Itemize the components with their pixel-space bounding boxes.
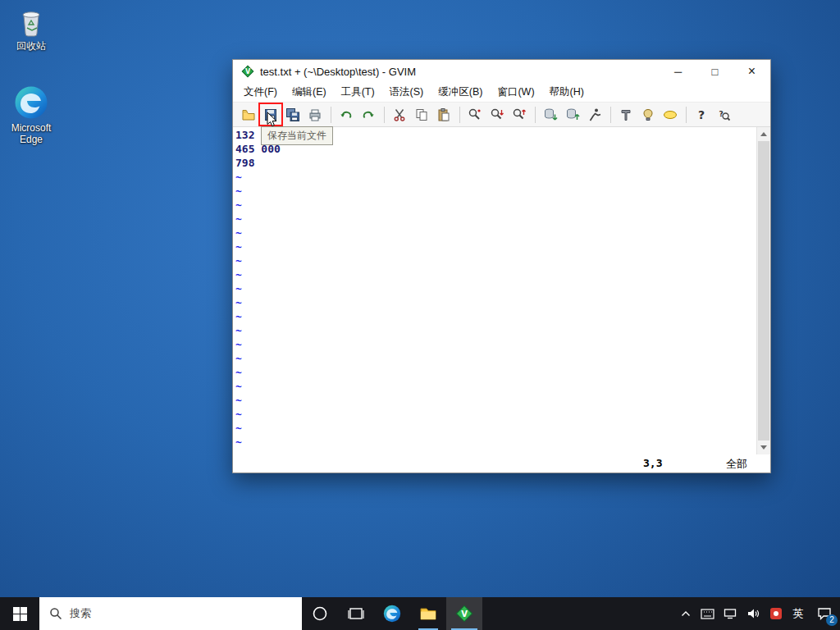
undo-icon	[339, 107, 354, 122]
scroll-down-button[interactable]	[757, 441, 770, 454]
cortana-button[interactable]	[302, 597, 338, 630]
menu-file[interactable]: 文件(F)	[236, 83, 285, 102]
desktop-icon-edge[interactable]: Microsoft Edge	[0, 85, 62, 145]
toolbar-make-button[interactable]	[615, 104, 637, 126]
empty-line-tilde: ~	[235, 351, 756, 365]
toolbar-run-script-button[interactable]	[584, 104, 605, 126]
svg-text:V: V	[461, 609, 468, 619]
menu-syntax[interactable]: 语法(S)	[382, 83, 431, 102]
empty-line-tilde: ~	[235, 198, 756, 212]
copy-icon	[414, 107, 429, 122]
task-view-icon	[348, 605, 364, 622]
save-session-icon	[565, 107, 580, 122]
toolbar-separator	[384, 107, 385, 123]
desktop-icon-recycle-bin[interactable]: 回收站	[0, 7, 62, 52]
toolbar-separator	[459, 107, 460, 123]
tray-recorder-button[interactable]	[765, 597, 788, 630]
tray-volume-button[interactable]	[742, 597, 765, 630]
tray-network-button[interactable]	[719, 597, 742, 630]
chevron-up-icon	[681, 610, 691, 617]
empty-line-tilde: ~	[235, 407, 756, 421]
toolbar-print-button[interactable]	[304, 104, 326, 126]
toolbar-redo-button[interactable]	[358, 104, 379, 126]
file-explorer-icon	[419, 605, 437, 623]
toolbar-save-all-button[interactable]	[282, 104, 304, 126]
load-session-icon	[543, 107, 558, 122]
taskbar-gvim-button[interactable]: V	[446, 597, 482, 630]
start-button[interactable]	[0, 597, 39, 630]
toolbar-separator	[331, 107, 331, 123]
empty-line-tilde: ~	[235, 267, 756, 281]
scrollbar-thumb[interactable]	[758, 141, 769, 441]
empty-line-tilde: ~	[235, 170, 756, 184]
run-script-icon	[587, 107, 602, 122]
desktop-icon-label: Microsoft Edge	[0, 122, 62, 145]
menu-bar: 文件(F)编辑(E)工具(T)语法(S)缓冲区(B)窗口(W)帮助(H)	[233, 83, 770, 103]
scroll-position: 全部	[726, 457, 747, 472]
toolbar-copy-button[interactable]	[411, 104, 432, 126]
minimize-button[interactable]: ─	[660, 60, 696, 83]
menu-edit[interactable]: 编辑(E)	[285, 83, 334, 102]
status-bar: 3,3 全部	[233, 454, 770, 472]
toolbar-paste-button[interactable]	[433, 104, 454, 126]
system-tray: 英 2	[676, 597, 840, 630]
find-replace-icon	[468, 107, 482, 122]
toolbar-find-replace-button[interactable]	[464, 104, 486, 126]
tray-chevron-button[interactable]	[676, 597, 696, 630]
toolbar-load-session-button[interactable]	[540, 104, 561, 126]
toolbar-undo-button[interactable]	[336, 104, 357, 126]
toolbar-separator	[535, 107, 536, 123]
cut-icon	[392, 107, 407, 122]
search-placeholder: 搜索	[70, 606, 91, 621]
print-icon	[308, 107, 322, 122]
save-tooltip: 保存当前文件	[261, 126, 333, 145]
edge-icon	[14, 85, 48, 120]
empty-line-tilde: ~	[235, 295, 756, 309]
task-view-button[interactable]	[338, 597, 374, 630]
toolbar-run-ctags-button[interactable]	[637, 104, 659, 126]
close-button[interactable]: ×	[733, 60, 770, 83]
toolbar-find-help-button[interactable]: ?	[713, 104, 734, 126]
window-title: test.txt + (~\Desktop\test) - GVIM	[260, 66, 416, 78]
tray-ime-indicator[interactable]: 英	[788, 597, 809, 630]
toolbar-separator	[686, 107, 687, 123]
find-help-icon: ?	[716, 107, 731, 122]
menu-window[interactable]: 窗口(W)	[490, 83, 541, 102]
maximize-button[interactable]: □	[696, 60, 733, 83]
tray-touch-keyboard-button[interactable]	[696, 597, 719, 630]
toolbar-tag-jump-button[interactable]	[660, 104, 681, 126]
touch-keyboard-icon	[701, 609, 714, 619]
title-bar[interactable]: V test.txt + (~\Desktop\test) - GVIM ─ □…	[233, 60, 770, 83]
svg-text:V: V	[245, 68, 251, 75]
menu-help[interactable]: 帮助(H)	[542, 83, 591, 102]
empty-line-tilde: ~	[235, 226, 756, 240]
toolbar-save-session-button[interactable]	[562, 104, 583, 126]
toolbar-help-button[interactable]: ?	[691, 104, 712, 126]
menu-buffers[interactable]: 缓冲区(B)	[431, 83, 490, 102]
menu-tools[interactable]: 工具(T)	[334, 83, 382, 102]
notification-center-button[interactable]: 2	[809, 597, 840, 630]
editor: 132465 000798~~~~~~~~~~~~~~~~~~~~	[233, 127, 770, 454]
taskbar-explorer-button[interactable]	[410, 597, 446, 630]
toolbar-find-next-button[interactable]	[486, 104, 508, 126]
vertical-scrollbar[interactable]	[756, 127, 770, 454]
find-prev-icon	[512, 107, 527, 122]
vim-logo-icon: V	[241, 65, 254, 78]
volume-icon	[746, 608, 760, 619]
toolbar-open-button[interactable]	[238, 104, 259, 126]
toolbar-find-prev-button[interactable]	[509, 104, 530, 126]
cortana-icon	[312, 605, 328, 622]
toolbar-cut-button[interactable]	[389, 104, 410, 126]
taskbar: 搜索 V	[0, 597, 840, 630]
empty-line-tilde: ~	[235, 184, 756, 198]
text-area[interactable]: 132465 000798~~~~~~~~~~~~~~~~~~~~	[233, 127, 756, 454]
taskbar-edge-button[interactable]	[374, 597, 410, 630]
gvim-window: V test.txt + (~\Desktop\test) - GVIM ─ □…	[232, 59, 771, 473]
scroll-up-button[interactable]	[757, 127, 770, 141]
search-icon	[49, 607, 62, 620]
notification-badge: 2	[826, 614, 838, 626]
empty-line-tilde: ~	[235, 323, 756, 337]
search-box[interactable]: 搜索	[39, 597, 302, 630]
empty-line-tilde: ~	[235, 393, 756, 407]
mouse-cursor-icon	[267, 112, 278, 128]
